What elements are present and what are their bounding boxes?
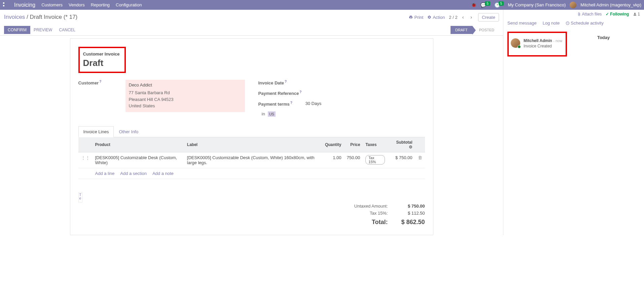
customer-name: Deco Addict <box>129 82 242 87</box>
follower-count[interactable]: 1 <box>633 12 640 16</box>
debug-icon[interactable]: 🐞 <box>471 2 476 7</box>
message-author: Mitchell Admin <box>524 38 552 43</box>
activity-icon[interactable]: 🕐5 <box>494 2 504 8</box>
log-note-button[interactable]: Log note <box>543 21 560 26</box>
col-price: Price <box>344 137 363 152</box>
cancel-button[interactable]: CANCEL <box>56 26 79 34</box>
breadcrumb: Invoices / Draft Invoice (* 17) <box>4 14 77 21</box>
nav-vendors[interactable]: Vendors <box>69 2 85 7</box>
document-state: Draft <box>83 58 120 68</box>
status-draft[interactable]: DRAFT <box>451 26 472 34</box>
paperclip-icon <box>577 12 581 16</box>
message-time: - now <box>553 39 562 43</box>
app-brand[interactable]: Invoicing <box>14 2 35 8</box>
pager-prev[interactable]: ‹ <box>460 14 466 21</box>
col-product: Product <box>93 137 184 152</box>
cell-label[interactable]: [DESK0005] Customizable Desk (Custom, Wh… <box>184 152 322 168</box>
chatter-panel: Attach files ✓ Following 1 Send message … <box>503 10 644 235</box>
apps-icon[interactable] <box>3 2 8 8</box>
print-button[interactable]: Print <box>409 15 423 20</box>
drag-handle-icon[interactable]: ⋮⋮ <box>78 152 93 168</box>
chatter-message: Mitchell Admin - now Invoice Created <box>511 38 562 48</box>
confirm-button[interactable]: CONFIRM <box>4 26 30 34</box>
user-menu[interactable]: Mitchell Admin (magentoy_vkp) <box>580 2 641 7</box>
table-row[interactable]: ⋮⋮ [DESK0005] Customizable Desk (Custom,… <box>78 152 425 168</box>
nav-reporting[interactable]: Reporting <box>91 2 110 7</box>
customer-street: 77 Santa Barbara Rd <box>129 89 242 96</box>
invoice-lines-table: Product Label Quantity Price Taxes Subto… <box>78 137 425 179</box>
cell-quantity[interactable]: 1.00 <box>322 152 344 168</box>
payment-ref-label: Payment Reference? <box>258 90 306 96</box>
message-body: Invoice Created <box>524 44 562 48</box>
add-line-link[interactable]: Add a line <box>95 171 115 176</box>
tab-other-info[interactable]: Other Info <box>114 126 143 137</box>
messaging-badge: 5 <box>485 1 490 6</box>
control-bar: Invoices / Draft Invoice (* 17) Print Ac… <box>0 10 503 25</box>
messaging-icon[interactable]: 💬5 <box>480 2 490 8</box>
activity-badge: 5 <box>499 1 504 6</box>
following-button[interactable]: ✓ Following <box>606 12 629 16</box>
payment-terms-field[interactable]: 30 Days <box>306 101 425 106</box>
schedule-activity-button[interactable]: Schedule activity <box>566 21 604 26</box>
tabs: Invoice Lines Other Info <box>78 126 425 137</box>
breadcrumb-current: Draft Invoice (* 17) <box>30 14 78 20</box>
user-avatar[interactable] <box>570 2 576 8</box>
totals: Untaxed Amount: $ 750.00 Tax 15%: $ 112.… <box>337 203 425 227</box>
settings-icon[interactable]: ⚙ <box>409 145 413 149</box>
customer-city: Pleasant Hill CA 94523 <box>129 96 242 103</box>
tab-invoice-lines[interactable]: Invoice Lines <box>78 126 114 137</box>
cell-product[interactable]: [DESK0005] Customizable Desk (Custom, Wh… <box>93 152 184 168</box>
cell-taxes[interactable]: Tax 15% <box>363 152 388 168</box>
attach-files-link[interactable]: Attach files <box>577 12 602 16</box>
currency-in-label: in <box>262 111 265 116</box>
tax-value: $ 112.50 <box>395 211 425 216</box>
untaxed-label: Untaxed Amount: <box>337 204 395 209</box>
add-section-link[interactable]: Add a section <box>120 171 147 176</box>
untaxed-value: $ 750.00 <box>395 204 425 209</box>
add-note-link[interactable]: Add a note <box>152 171 174 176</box>
customer-country: United States <box>129 103 242 109</box>
print-icon <box>409 15 413 19</box>
tax-label: Tax 15%: <box>337 211 395 216</box>
highlight-box-header: Customer Invoice Draft <box>78 47 126 73</box>
pager-next[interactable]: › <box>468 14 474 21</box>
send-message-button[interactable]: Send message <box>507 21 537 26</box>
breadcrumb-separator: / <box>27 14 30 20</box>
breadcrumb-root[interactable]: Invoices <box>4 14 25 20</box>
col-quantity: Quantity <box>322 137 344 152</box>
nav-configuration[interactable]: Configuration <box>116 2 142 7</box>
nav-customers[interactable]: Customers <box>41 2 63 7</box>
total-value: $ 862.50 <box>395 219 425 226</box>
gear-icon <box>427 15 431 19</box>
status-posted[interactable]: POSTED <box>472 26 499 34</box>
cell-price[interactable]: 750.00 <box>344 152 363 168</box>
col-subtotal: Subtotal ⚙ <box>388 137 415 152</box>
tax-tag: Tax 15% <box>365 155 385 165</box>
delete-row-icon[interactable]: 🗑 <box>415 152 425 168</box>
terms-note-field[interactable]: Te <box>78 192 82 203</box>
person-icon <box>633 12 637 16</box>
cell-subtotal: $ 750.00 <box>388 152 415 168</box>
top-navbar: Invoicing Customers Vendors Reporting Co… <box>0 0 644 10</box>
form-sheet: Customer Invoice Draft Customer? Deco Ad… <box>70 38 433 235</box>
action-button[interactable]: Action <box>427 15 445 20</box>
message-avatar <box>511 38 520 48</box>
customer-label: Customer? <box>78 80 126 85</box>
invoice-date-label: Invoice Date? <box>258 80 306 85</box>
currency-field[interactable]: US <box>268 111 276 117</box>
highlight-box-message: Mitchell Admin - now Invoice Created <box>507 32 567 57</box>
customer-field[interactable]: Deco Addict 77 Santa Barbara Rd Pleasant… <box>126 80 245 112</box>
pager: 2 / 2 ‹ › <box>449 14 474 21</box>
create-button[interactable]: Create <box>478 13 499 22</box>
status-bar: CONFIRM PREVIEW CANCEL DRAFT POSTED <box>0 25 503 36</box>
document-type: Customer Invoice <box>83 51 120 57</box>
preview-button[interactable]: PREVIEW <box>30 26 56 34</box>
pager-text: 2 / 2 <box>449 15 457 20</box>
chatter-day-label: Today <box>567 32 640 43</box>
col-label: Label <box>184 137 322 152</box>
payment-terms-label: Payment terms? <box>258 101 306 107</box>
col-taxes: Taxes <box>363 137 388 152</box>
total-label: Total: <box>337 219 395 226</box>
company-switcher[interactable]: My Company (San Francisco) <box>508 2 566 7</box>
clock-icon <box>566 21 570 25</box>
